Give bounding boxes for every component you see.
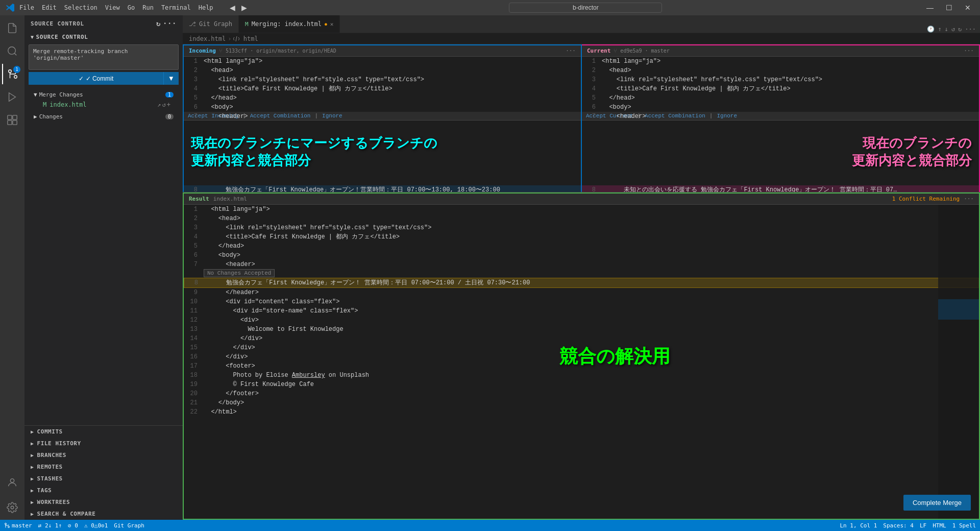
status-spell[interactable]: 1 Spell <box>952 522 976 529</box>
search-input[interactable] <box>509 3 662 13</box>
more-actions-icon[interactable]: ··· <box>163 19 177 28</box>
commit-dropdown-button[interactable]: ▼ <box>163 72 179 85</box>
result-code-view[interactable]: 1 <html lang="ja"> 2 <head> 3 <link rel=… <box>184 205 979 519</box>
merge-changes-section: ▼ Merge Changes 1 M index.html ↗ ↺ + <box>29 89 179 123</box>
status-git-graph[interactable]: Git Graph <box>114 522 144 529</box>
svg-point-10 <box>10 479 14 482</box>
sidebar-branches[interactable]: ▶ BRANCHES <box>24 449 183 461</box>
commit-button[interactable]: ✓ ✓ Commit <box>29 72 163 85</box>
language-text: HTML <box>933 522 946 529</box>
code-line: 1<html lang="ja"> <box>184 57 581 66</box>
sidebar-remotes[interactable]: ▶ REMOTES <box>24 461 183 473</box>
status-warnings[interactable]: ⚠ 0△0⊙1 <box>84 522 108 529</box>
toolbar-down-icon[interactable]: ↓ <box>945 26 948 33</box>
source-control-title-text: SOURCE CONTROL <box>36 34 88 40</box>
settings-activity-icon[interactable] <box>2 497 22 518</box>
status-sync[interactable]: ⇄ 2↓ 1↑ <box>38 522 62 529</box>
status-errors[interactable]: ⊘ 0 <box>68 522 78 529</box>
file-history-chevron-icon: ▶ <box>31 441 34 446</box>
search-activity-icon[interactable] <box>2 41 22 61</box>
result-panel-more-icon[interactable]: ··· <box>964 196 974 202</box>
commit-checkmark-icon: ✓ <box>79 75 84 82</box>
commit-message-box[interactable]: Merge remote-tracking branch 'origin/mas… <box>29 44 179 70</box>
open-file-icon[interactable]: ↗ <box>157 101 161 108</box>
toolbar-up-icon[interactable]: ↑ <box>938 26 941 33</box>
sidebar-bottom-section: ▶ COMMITS ▶ FILE HISTORY ▶ BRANCHES ▶ RE… <box>24 425 183 520</box>
titlebar-window-controls: — ☐ ✕ <box>922 3 975 13</box>
menu-edit[interactable]: Edit <box>42 4 57 11</box>
vscode-logo-icon <box>5 3 15 13</box>
merge-file-item[interactable]: M index.html ↗ ↺ + <box>33 100 175 110</box>
menu-terminal[interactable]: Terminal <box>161 4 191 11</box>
code-line: 20 </footer> <box>184 389 979 398</box>
extensions-activity-icon[interactable] <box>2 110 22 130</box>
breadcrumb-file[interactable]: index.html <box>189 35 226 42</box>
svg-point-13 <box>5 523 7 525</box>
titlebar-left: File Edit Selection View Go Run Terminal… <box>5 3 249 13</box>
git-graph-status: Git Graph <box>114 522 144 529</box>
current-panel-more-icon[interactable]: ··· <box>964 47 974 54</box>
minimize-button[interactable]: — <box>922 3 938 13</box>
tab-git-graph[interactable]: ⎇ Git Graph <box>183 15 239 33</box>
no-changes-label: No Changes Accepted <box>204 269 275 277</box>
toolbar-redo-icon[interactable]: ↻ <box>958 26 962 33</box>
breadcrumb-tag-label: html <box>243 35 258 42</box>
source-control-activity-icon[interactable]: 1 <box>2 64 22 84</box>
tab-close-icon[interactable]: ✕ <box>330 21 334 28</box>
toolbar-undo-icon[interactable]: ↺ <box>951 26 955 33</box>
menu-help[interactable]: Help <box>199 4 213 11</box>
search-compare-label: SEARCH & COMPARE <box>37 511 96 517</box>
current-code-view[interactable]: Accept Current | Accept Combination | Ig… <box>582 57 979 192</box>
code-line: 5 </head> <box>184 242 979 251</box>
menu-selection[interactable]: Selection <box>64 4 97 11</box>
sidebar-worktrees[interactable]: ▶ WORKTREES <box>24 496 183 508</box>
incoming-panel-icon: ⑂ <box>219 47 223 54</box>
status-branch[interactable]: master <box>4 522 32 529</box>
file-name: index.html <box>50 101 86 108</box>
status-language[interactable]: HTML <box>933 522 946 529</box>
sidebar-commits[interactable]: ▶ COMMITS <box>24 426 183 438</box>
status-line-ending[interactable]: LF <box>920 522 926 529</box>
files-activity-icon[interactable] <box>2 18 22 38</box>
add-icon[interactable]: + <box>167 101 170 108</box>
result-panel-header: Result index.html 1 Conflict Remaining ·… <box>184 194 979 205</box>
toolbar-more-icon[interactable]: ··· <box>965 26 976 33</box>
menu-view[interactable]: View <box>105 4 120 11</box>
commit-message-text: Merge remote-tracking branch 'origin/mas… <box>33 48 128 61</box>
merge-changes-header[interactable]: ▼ Merge Changes 1 <box>33 90 175 100</box>
sidebar-stashes[interactable]: ▶ STASHES <box>24 473 183 485</box>
menu-file[interactable]: File <box>19 4 34 11</box>
toolbar-history-icon[interactable]: 🕐 <box>927 26 935 33</box>
branches-label: BRANCHES <box>37 452 66 458</box>
menu-run[interactable]: Run <box>142 4 154 11</box>
discard-icon[interactable]: ↺ <box>162 101 166 108</box>
accounts-activity-icon[interactable] <box>2 472 22 493</box>
sidebar-file-history[interactable]: ▶ FILE HISTORY <box>24 438 183 449</box>
sidebar-tags[interactable]: ▶ TAGS <box>24 485 183 496</box>
merge-editor: Incoming ⑂ 5133cff · origin/master, orig… <box>183 44 980 520</box>
status-spaces[interactable]: Spaces: 4 <box>883 522 914 529</box>
breadcrumb: index.html › html <box>183 33 980 44</box>
run-activity-icon[interactable] <box>2 87 22 107</box>
incoming-panel-more-icon[interactable]: ··· <box>566 47 576 54</box>
breadcrumb-tag[interactable]: html <box>233 35 258 42</box>
code-line: 4 <title>Cafe First Knowledge | 都内 カフェ</… <box>184 232 979 242</box>
tab-merging-index[interactable]: M Merging: index.html ● ✕ <box>239 15 340 33</box>
sidebar-search-compare[interactable]: ▶ SEARCH & COMPARE <box>24 508 183 520</box>
source-control-label[interactable]: ▼ SOURCE CONTROL <box>29 32 179 42</box>
back-button[interactable]: ◀ <box>228 3 237 13</box>
current-panel-icon: ⑂ <box>614 47 617 54</box>
incoming-code-view[interactable]: Accept Incoming | Accept Combination | I… <box>184 57 581 192</box>
changes-header[interactable]: ▶ Changes 0 <box>33 112 175 122</box>
refresh-icon[interactable]: ↻ <box>156 19 161 28</box>
maximize-button[interactable]: ☐ <box>942 3 957 13</box>
status-position[interactable]: Ln 1, Col 1 <box>840 522 877 529</box>
source-control-badge: 1 <box>13 66 20 73</box>
code-line: 2 <head> <box>184 66 581 75</box>
incoming-panel-header-left: Incoming ⑂ 5133cff · origin/master, orig… <box>189 47 336 54</box>
close-button[interactable]: ✕ <box>961 3 975 13</box>
menu-go[interactable]: Go <box>128 4 135 11</box>
complete-merge-button[interactable]: Complete Merge <box>903 495 971 511</box>
warnings-count: ⚠ 0△0⊙1 <box>84 522 108 529</box>
forward-button[interactable]: ▶ <box>239 3 249 13</box>
